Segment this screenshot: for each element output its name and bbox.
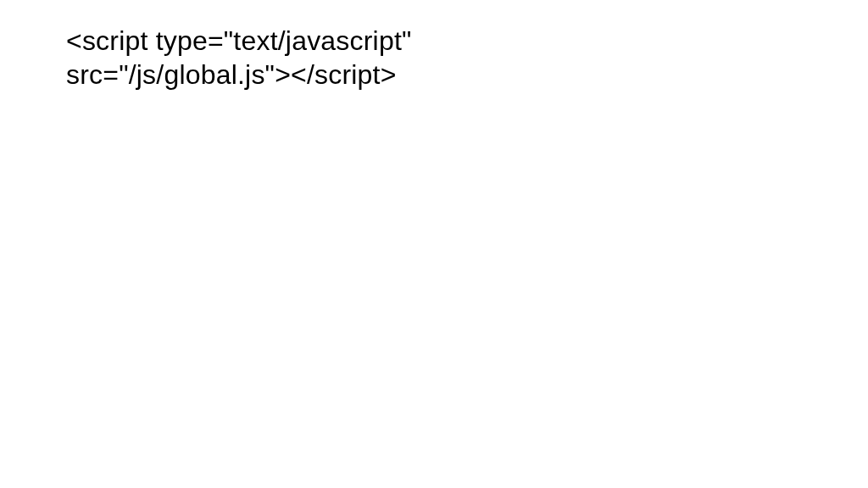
code-snippet: <script type="text/javascript" src="/js/… <box>66 24 802 92</box>
code-line-2: src="/js/global.js"></script> <box>66 59 397 90</box>
code-line-1: <script type="text/javascript" <box>66 25 412 56</box>
